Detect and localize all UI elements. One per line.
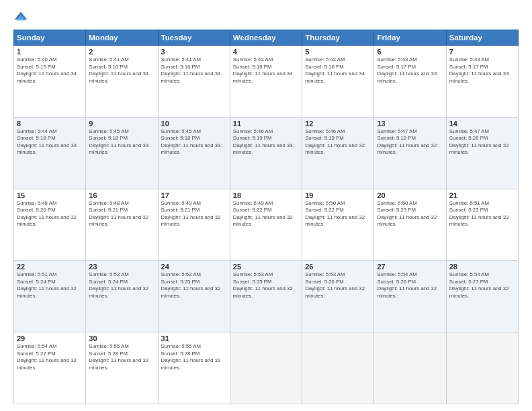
calendar-week-row: 15Sunrise: 5:48 AMSunset: 5:20 PMDayligh… [14,189,519,261]
table-row: 1Sunrise: 5:40 AMSunset: 5:15 PMDaylight… [14,46,86,118]
table-row: 22Sunrise: 5:51 AMSunset: 5:24 PMDayligh… [14,261,86,332]
page: Sunday Monday Tuesday Wednesday Thursday… [0,0,532,411]
day-number: 11 [233,120,299,128]
day-number: 19 [305,191,371,199]
table-row: 2Sunrise: 5:41 AMSunset: 5:16 PMDaylight… [86,46,158,118]
col-friday: Friday [374,30,446,46]
day-number: 1 [17,48,83,56]
table-row: 13Sunrise: 5:47 AMSunset: 5:19 PMDayligh… [374,117,446,189]
table-row: 26Sunrise: 5:53 AMSunset: 5:26 PMDayligh… [302,261,374,332]
table-row: 16Sunrise: 5:48 AMSunset: 5:21 PMDayligh… [86,189,158,261]
table-row: 7Sunrise: 5:43 AMSunset: 5:17 PMDaylight… [446,46,518,118]
day-info: Sunrise: 5:55 AMSunset: 5:28 PMDaylight:… [161,343,227,371]
day-number: 6 [377,48,443,56]
table-row: 19Sunrise: 5:50 AMSunset: 5:22 PMDayligh… [302,189,374,261]
day-number: 30 [89,334,154,342]
day-info: Sunrise: 5:42 AMSunset: 5:16 PMDaylight:… [233,56,299,85]
day-info: Sunrise: 5:40 AMSunset: 5:15 PMDaylight:… [17,56,83,85]
day-info: Sunrise: 5:43 AMSunset: 5:17 PMDaylight:… [377,56,443,85]
table-row: 15Sunrise: 5:48 AMSunset: 5:20 PMDayligh… [14,189,86,261]
col-monday: Monday [86,30,158,46]
table-row: 21Sunrise: 5:51 AMSunset: 5:23 PMDayligh… [446,189,518,261]
table-row: 29Sunrise: 5:54 AMSunset: 5:27 PMDayligh… [14,332,86,404]
day-number: 16 [89,191,154,199]
day-info: Sunrise: 5:50 AMSunset: 5:22 PMDaylight:… [305,200,371,228]
day-number: 21 [449,191,515,199]
col-saturday: Saturday [446,30,518,46]
day-number: 3 [161,48,227,56]
day-info: Sunrise: 5:48 AMSunset: 5:21 PMDaylight:… [89,200,154,228]
day-number: 7 [449,48,515,56]
day-info: Sunrise: 5:52 AMSunset: 5:25 PMDaylight:… [161,271,227,300]
table-row [446,332,518,404]
day-number: 28 [449,263,515,271]
table-row: 3Sunrise: 5:41 AMSunset: 5:16 PMDaylight… [158,46,230,118]
col-wednesday: Wednesday [230,30,302,46]
day-info: Sunrise: 5:48 AMSunset: 5:20 PMDaylight:… [17,200,83,228]
day-info: Sunrise: 5:41 AMSunset: 5:16 PMDaylight:… [89,56,154,85]
day-number: 18 [233,191,299,199]
day-info: Sunrise: 5:54 AMSunset: 5:27 PMDaylight:… [449,271,515,300]
day-number: 25 [233,263,299,271]
table-row: 23Sunrise: 5:52 AMSunset: 5:24 PMDayligh… [86,261,158,332]
table-row [374,332,446,404]
table-row: 17Sunrise: 5:49 AMSunset: 5:21 PMDayligh… [158,189,230,261]
calendar-week-row: 1Sunrise: 5:40 AMSunset: 5:15 PMDaylight… [14,46,519,118]
table-row: 28Sunrise: 5:54 AMSunset: 5:27 PMDayligh… [446,261,518,332]
table-row [302,332,374,404]
day-info: Sunrise: 5:55 AMSunset: 5:28 PMDaylight:… [89,343,154,371]
day-number: 29 [17,334,83,342]
day-number: 31 [161,334,227,342]
day-info: Sunrise: 5:50 AMSunset: 5:23 PMDaylight:… [377,200,443,228]
day-number: 13 [377,120,443,128]
table-row: 11Sunrise: 5:46 AMSunset: 5:19 PMDayligh… [230,117,302,189]
day-number: 20 [377,191,443,199]
calendar-table: Sunday Monday Tuesday Wednesday Thursday… [13,30,519,404]
table-row [230,332,302,404]
calendar-week-row: 29Sunrise: 5:54 AMSunset: 5:27 PMDayligh… [14,332,519,404]
day-info: Sunrise: 5:46 AMSunset: 5:19 PMDaylight:… [233,128,299,156]
col-thursday: Thursday [302,30,374,46]
day-number: 9 [89,120,154,128]
day-info: Sunrise: 5:54 AMSunset: 5:26 PMDaylight:… [377,271,443,300]
table-row: 27Sunrise: 5:54 AMSunset: 5:26 PMDayligh… [374,261,446,332]
table-row: 30Sunrise: 5:55 AMSunset: 5:28 PMDayligh… [86,332,158,404]
table-row: 14Sunrise: 5:47 AMSunset: 5:20 PMDayligh… [446,117,518,189]
day-info: Sunrise: 5:53 AMSunset: 5:25 PMDaylight:… [233,271,299,300]
calendar-header-row: Sunday Monday Tuesday Wednesday Thursday… [14,30,519,46]
day-number: 12 [305,120,371,128]
col-tuesday: Tuesday [158,30,230,46]
day-number: 8 [17,120,83,128]
table-row: 10Sunrise: 5:45 AMSunset: 5:18 PMDayligh… [158,117,230,189]
calendar-week-row: 22Sunrise: 5:51 AMSunset: 5:24 PMDayligh… [14,261,519,332]
day-info: Sunrise: 5:52 AMSunset: 5:24 PMDaylight:… [89,271,154,300]
day-number: 10 [161,120,227,128]
day-info: Sunrise: 5:46 AMSunset: 5:19 PMDaylight:… [305,128,371,156]
day-info: Sunrise: 5:45 AMSunset: 5:18 PMDaylight:… [89,128,154,156]
day-info: Sunrise: 5:44 AMSunset: 5:18 PMDaylight:… [17,128,83,156]
day-info: Sunrise: 5:41 AMSunset: 5:16 PMDaylight:… [161,56,227,85]
day-number: 5 [305,48,371,56]
table-row: 18Sunrise: 5:49 AMSunset: 5:22 PMDayligh… [230,189,302,261]
table-row: 5Sunrise: 5:42 AMSunset: 5:16 PMDaylight… [302,46,374,118]
logo [13,11,31,26]
table-row: 9Sunrise: 5:45 AMSunset: 5:18 PMDaylight… [86,117,158,189]
day-info: Sunrise: 5:43 AMSunset: 5:17 PMDaylight:… [449,56,515,85]
col-sunday: Sunday [14,30,86,46]
day-info: Sunrise: 5:49 AMSunset: 5:22 PMDaylight:… [233,200,299,228]
table-row: 25Sunrise: 5:53 AMSunset: 5:25 PMDayligh… [230,261,302,332]
day-info: Sunrise: 5:42 AMSunset: 5:16 PMDaylight:… [305,56,371,85]
day-info: Sunrise: 5:53 AMSunset: 5:26 PMDaylight:… [305,271,371,300]
day-number: 22 [17,263,83,271]
day-number: 4 [233,48,299,56]
day-number: 26 [305,263,371,271]
day-info: Sunrise: 5:51 AMSunset: 5:23 PMDaylight:… [449,200,515,228]
day-number: 27 [377,263,443,271]
day-info: Sunrise: 5:47 AMSunset: 5:19 PMDaylight:… [377,128,443,156]
table-row: 31Sunrise: 5:55 AMSunset: 5:28 PMDayligh… [158,332,230,404]
day-info: Sunrise: 5:49 AMSunset: 5:21 PMDaylight:… [161,200,227,228]
day-number: 15 [17,191,83,199]
day-info: Sunrise: 5:51 AMSunset: 5:24 PMDaylight:… [17,271,83,300]
table-row: 24Sunrise: 5:52 AMSunset: 5:25 PMDayligh… [158,261,230,332]
day-number: 23 [89,263,154,271]
